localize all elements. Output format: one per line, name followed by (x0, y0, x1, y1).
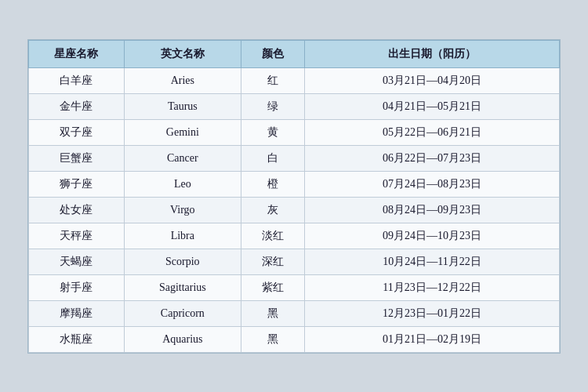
cell-date: 03月21日—04月20日 (305, 67, 560, 93)
cell-english: Gemini (124, 119, 241, 145)
cell-color: 深红 (241, 249, 304, 274)
table-row: 处女座Virgo灰08月24日—09月23日 (29, 197, 560, 223)
cell-chinese: 白羊座 (29, 67, 125, 93)
cell-chinese: 双子座 (29, 119, 125, 145)
table-body: 白羊座Aries红03月21日—04月20日金牛座Taurus绿04月21日—0… (29, 67, 560, 352)
table-header-row: 星座名称 英文名称 颜色 出生日期（阳历） (29, 40, 560, 67)
cell-date: 10月24日—11月22日 (305, 249, 560, 274)
cell-chinese: 金牛座 (29, 93, 125, 119)
cell-color: 白 (241, 145, 304, 171)
cell-color: 黑 (241, 300, 304, 326)
cell-chinese: 狮子座 (29, 171, 125, 197)
table-row: 巨蟹座Cancer白06月22日—07月23日 (29, 145, 560, 171)
cell-chinese: 水瓶座 (29, 326, 125, 352)
cell-chinese: 射手座 (29, 274, 125, 300)
cell-english: Capricorn (124, 300, 241, 326)
cell-color: 紫红 (241, 274, 304, 300)
cell-color: 灰 (241, 197, 304, 223)
cell-color: 黑 (241, 326, 304, 352)
cell-english: Libra (124, 223, 241, 249)
table-row: 摩羯座Capricorn黑12月23日—01月22日 (29, 300, 560, 326)
table-row: 金牛座Taurus绿04月21日—05月21日 (29, 93, 560, 119)
table-row: 白羊座Aries红03月21日—04月20日 (29, 67, 560, 93)
cell-chinese: 摩羯座 (29, 300, 125, 326)
table-row: 天蝎座Scorpio深红10月24日—11月22日 (29, 249, 560, 274)
cell-color: 淡红 (241, 223, 304, 249)
table-row: 双子座Gemini黄05月22日—06月21日 (29, 119, 560, 145)
header-chinese: 星座名称 (29, 40, 125, 67)
cell-date: 12月23日—01月22日 (305, 300, 560, 326)
cell-chinese: 天蝎座 (29, 249, 125, 274)
cell-date: 01月21日—02月19日 (305, 326, 560, 352)
cell-english: Taurus (124, 93, 241, 119)
cell-date: 04月21日—05月21日 (305, 93, 560, 119)
table-row: 水瓶座Aquarius黑01月21日—02月19日 (29, 326, 560, 352)
cell-english: Sagittarius (124, 274, 241, 300)
cell-english: Scorpio (124, 249, 241, 274)
cell-date: 07月24日—08月23日 (305, 171, 560, 197)
cell-date: 11月23日—12月22日 (305, 274, 560, 300)
header-english: 英文名称 (124, 40, 241, 67)
cell-date: 08月24日—09月23日 (305, 197, 560, 223)
cell-color: 红 (241, 67, 304, 93)
cell-date: 09月24日—10月23日 (305, 223, 560, 249)
cell-english: Cancer (124, 145, 241, 171)
header-color: 颜色 (241, 40, 304, 67)
cell-english: Virgo (124, 197, 241, 223)
cell-english: Aries (124, 67, 241, 93)
cell-color: 黄 (241, 119, 304, 145)
cell-color: 橙 (241, 171, 304, 197)
cell-english: Leo (124, 171, 241, 197)
cell-english: Aquarius (124, 326, 241, 352)
cell-chinese: 巨蟹座 (29, 145, 125, 171)
cell-color: 绿 (241, 93, 304, 119)
table-row: 狮子座Leo橙07月24日—08月23日 (29, 171, 560, 197)
table-row: 天秤座Libra淡红09月24日—10月23日 (29, 223, 560, 249)
cell-date: 05月22日—06月21日 (305, 119, 560, 145)
cell-date: 06月22日—07月23日 (305, 145, 560, 171)
header-date: 出生日期（阳历） (305, 40, 560, 67)
zodiac-table: 星座名称 英文名称 颜色 出生日期（阳历） 白羊座Aries红03月21日—04… (28, 40, 560, 353)
cell-chinese: 天秤座 (29, 223, 125, 249)
zodiac-table-container: 星座名称 英文名称 颜色 出生日期（阳历） 白羊座Aries红03月21日—04… (27, 39, 561, 354)
cell-chinese: 处女座 (29, 197, 125, 223)
table-row: 射手座Sagittarius紫红11月23日—12月22日 (29, 274, 560, 300)
